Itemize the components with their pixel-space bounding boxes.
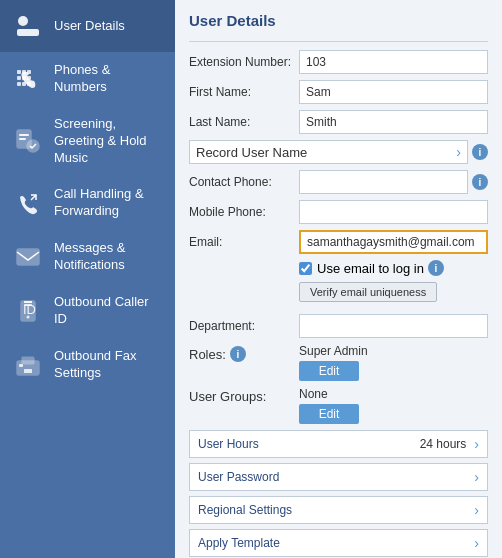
use-email-info-icon[interactable]: i [428, 260, 444, 276]
sidebar-item-outbound-caller[interactable]: ID Outbound Caller ID [0, 284, 175, 338]
edit-roles-btn[interactable]: Edit [299, 361, 359, 381]
title-divider [189, 41, 488, 42]
extension-row: Extension Number: [189, 50, 488, 74]
user-groups-row: User Groups: None Edit [189, 387, 488, 424]
use-email-row: Use email to log in i [189, 260, 488, 276]
department-input[interactable] [299, 314, 488, 338]
first-name-input[interactable] [299, 80, 488, 104]
messages-icon [12, 241, 44, 273]
department-label: Department: [189, 319, 299, 333]
email-label: Email: [189, 235, 299, 249]
email-row: Email: [189, 230, 488, 254]
user-hours-value: 24 hours [420, 437, 467, 451]
outbound-caller-icon: ID [12, 295, 44, 327]
use-email-label: Use email to log in [317, 261, 424, 276]
sidebar-item-call-handling[interactable]: Call Handling & Forwarding [0, 176, 175, 230]
user-groups-content: None Edit [299, 387, 488, 424]
outbound-fax-icon [12, 349, 44, 381]
mobile-phone-input[interactable] [299, 200, 488, 224]
extension-label: Extension Number: [189, 55, 299, 69]
roles-value: Super Admin [299, 344, 488, 358]
svg-rect-22 [22, 357, 34, 364]
email-input[interactable] [299, 230, 488, 254]
svg-rect-15 [17, 249, 39, 265]
user-details-icon [12, 10, 44, 42]
first-name-row: First Name: [189, 80, 488, 104]
user-hours-row[interactable]: User Hours 24 hours › [189, 430, 488, 458]
last-name-input[interactable] [299, 110, 488, 134]
roles-label: Roles: [189, 347, 226, 362]
phones-numbers-icon [12, 63, 44, 95]
user-groups-label: User Groups: [189, 389, 266, 404]
mobile-phone-row: Mobile Phone: [189, 200, 488, 224]
edit-groups-btn[interactable]: Edit [299, 404, 359, 424]
svg-rect-12 [19, 134, 29, 136]
user-hours-right: 24 hours › [420, 436, 479, 452]
user-password-row[interactable]: User Password › [189, 463, 488, 491]
sidebar-item-outbound-caller-label: Outbound Caller ID [54, 294, 163, 328]
user-groups-label-wrapper: User Groups: [189, 387, 299, 404]
first-name-label: First Name: [189, 85, 299, 99]
sidebar-item-messages-label: Messages & Notifications [54, 240, 163, 274]
main-content: User Details Extension Number: First Nam… [175, 0, 502, 558]
use-email-checkbox[interactable] [299, 262, 312, 275]
contact-phone-row: Contact Phone: i [189, 170, 488, 194]
last-name-row: Last Name: [189, 110, 488, 134]
record-user-label: Record User Name [196, 145, 307, 160]
record-user-btn[interactable]: Record User Name › [189, 140, 468, 164]
sidebar-item-user-details-label: User Details [54, 18, 125, 35]
roles-label-wrapper: Roles: i [189, 344, 299, 362]
verify-email-btn[interactable]: Verify email uniqueness [299, 282, 437, 302]
department-row: Department: [189, 314, 488, 338]
sidebar-item-outbound-fax[interactable]: Outbound Fax Settings [0, 338, 175, 392]
svg-text:ID: ID [23, 302, 36, 317]
sidebar-item-call-handling-label: Call Handling & Forwarding [54, 186, 163, 220]
contact-phone-input[interactable] [299, 170, 468, 194]
svg-rect-0 [18, 16, 28, 26]
user-password-chevron: › [474, 469, 479, 485]
sidebar-item-screening[interactable]: Screening, Greeting & Hold Music [0, 106, 175, 177]
svg-rect-23 [19, 364, 23, 367]
sidebar-item-user-details[interactable]: User Details [0, 0, 175, 52]
apply-template-chevron: › [474, 535, 479, 551]
svg-rect-24 [24, 369, 32, 373]
contact-phone-label: Contact Phone: [189, 175, 299, 189]
sidebar-item-screening-label: Screening, Greeting & Hold Music [54, 116, 163, 167]
record-user-row: Record User Name › i [189, 140, 488, 164]
roles-row: Roles: i Super Admin Edit [189, 344, 488, 381]
sidebar: User Details Phones & Numbers [0, 0, 175, 558]
sidebar-item-outbound-fax-label: Outbound Fax Settings [54, 348, 163, 382]
user-hours-chevron: › [474, 436, 479, 452]
verify-email-wrapper: Verify email uniqueness [189, 282, 488, 308]
page-title: User Details [189, 12, 488, 29]
roles-content: Super Admin Edit [299, 344, 488, 381]
regional-settings-row[interactable]: Regional Settings › [189, 496, 488, 524]
svg-rect-13 [19, 138, 26, 140]
sidebar-item-phones-numbers[interactable]: Phones & Numbers [0, 52, 175, 106]
regional-settings-label: Regional Settings [198, 503, 292, 517]
roles-info-icon[interactable]: i [230, 346, 246, 362]
user-hours-label: User Hours [198, 437, 259, 451]
screening-icon [12, 125, 44, 157]
sidebar-item-phones-label: Phones & Numbers [54, 62, 163, 96]
call-handling-icon [12, 187, 44, 219]
svg-rect-2 [17, 70, 21, 74]
record-user-chevron: › [456, 144, 461, 160]
extension-input[interactable] [299, 50, 488, 74]
contact-phone-info-icon[interactable]: i [472, 174, 488, 190]
svg-rect-8 [17, 82, 21, 86]
svg-rect-1 [17, 29, 39, 36]
svg-rect-5 [17, 76, 21, 80]
user-groups-value: None [299, 387, 488, 401]
apply-template-row[interactable]: Apply Template › [189, 529, 488, 557]
last-name-label: Last Name: [189, 115, 299, 129]
apply-template-label: Apply Template [198, 536, 280, 550]
mobile-phone-label: Mobile Phone: [189, 205, 299, 219]
record-user-info-icon[interactable]: i [472, 144, 488, 160]
regional-settings-chevron: › [474, 502, 479, 518]
user-password-label: User Password [198, 470, 279, 484]
sidebar-item-messages[interactable]: Messages & Notifications [0, 230, 175, 284]
